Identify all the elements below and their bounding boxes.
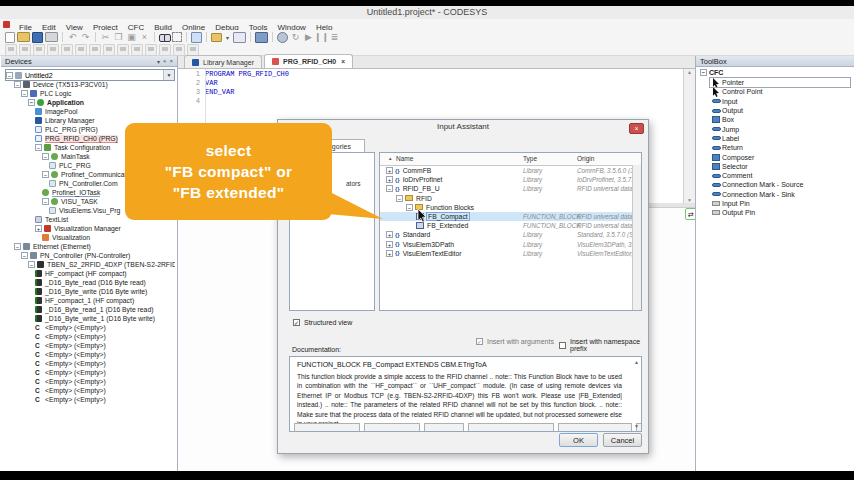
expander-icon[interactable]: − bbox=[386, 185, 393, 192]
toolbox-item-jump[interactable]: Jump bbox=[710, 124, 850, 133]
expander-icon[interactable]: − bbox=[21, 90, 28, 97]
tree-item[interactable]: −Application bbox=[5, 98, 175, 107]
zoom-in-icon[interactable] bbox=[145, 44, 157, 56]
expander-icon[interactable]: − bbox=[42, 153, 49, 160]
settings-icon[interactable] bbox=[277, 32, 288, 43]
tools-icon[interactable]: ≣ bbox=[329, 32, 340, 43]
chevron-down-icon[interactable]: ▾ bbox=[224, 32, 231, 43]
list-column-headers[interactable]: ▲ Name Type Origin bbox=[380, 153, 641, 166]
expander-icon[interactable]: + bbox=[386, 250, 393, 257]
list-row-rfid-fb-u[interactable]: −{}RFID_FB_ULibraryRFID universal data i… bbox=[380, 184, 633, 193]
eno-icon[interactable] bbox=[33, 44, 45, 56]
tree-item[interactable]: C<Empty> (<Empty>) bbox=[5, 377, 175, 386]
new-file-icon[interactable] bbox=[5, 32, 15, 43]
export-icon[interactable] bbox=[233, 32, 246, 43]
tree-item[interactable]: HF_compact (HF compact) bbox=[5, 269, 175, 278]
toolbox-item-control-point[interactable]: Control Point bbox=[710, 87, 850, 96]
cut-icon[interactable]: ✂ bbox=[100, 32, 111, 43]
close-icon[interactable]: × bbox=[341, 58, 345, 65]
select-all-icon[interactable] bbox=[172, 32, 182, 42]
documentation-box[interactable]: FUNCTION_BLOCK FB_Compact EXTENDS CBM.ET… bbox=[289, 356, 642, 432]
tree-item[interactable]: Visualization bbox=[5, 233, 175, 242]
checkbox-checked-icon[interactable]: ✓ bbox=[293, 319, 300, 326]
toolbox-item-label[interactable]: Label bbox=[710, 134, 850, 143]
chevron-down-icon[interactable]: ▼ bbox=[163, 70, 174, 80]
expander-icon[interactable]: − bbox=[28, 99, 35, 106]
copy-project-icon[interactable] bbox=[191, 32, 202, 43]
order-display-icon[interactable] bbox=[61, 44, 73, 56]
branch-icon[interactable] bbox=[47, 44, 59, 56]
toolbox-item-input-pin[interactable]: Input Pin bbox=[710, 199, 850, 208]
expander-icon[interactable]: − bbox=[700, 69, 707, 76]
scroll-up-icon[interactable]: ▲ bbox=[634, 359, 639, 365]
expander-icon[interactable]: + bbox=[386, 176, 393, 183]
expander-icon[interactable]: + bbox=[35, 225, 42, 232]
undo-icon[interactable]: ↶ bbox=[67, 32, 78, 43]
tree-item[interactable]: C<Empty> (<Empty>) bbox=[5, 386, 175, 395]
order-topology-icon[interactable] bbox=[75, 44, 87, 56]
list-row-visuelem3dpath[interactable]: +{}VisuElem3DPathLibraryVisuElem3DPath, … bbox=[380, 240, 633, 249]
tree-item[interactable]: _D16_Byte_write_1 (D16 Byte write) bbox=[5, 314, 175, 323]
tree-item[interactable]: −PLC Logic bbox=[5, 89, 175, 98]
tree-item[interactable]: _D16_Byte_write (D16 Byte write) bbox=[5, 287, 175, 296]
refresh-icon[interactable]: ↻ bbox=[290, 32, 301, 43]
code-line[interactable]: 3END_VAR bbox=[178, 87, 683, 96]
expander-icon[interactable]: − bbox=[21, 252, 28, 259]
open-project-icon[interactable] bbox=[17, 32, 30, 42]
tree-item[interactable]: −Device (TX513-P3CV01) bbox=[5, 80, 175, 89]
expander-icon[interactable]: + bbox=[386, 167, 393, 174]
scroll-up-icon[interactable]: ▲ bbox=[687, 69, 692, 75]
tree-item[interactable]: C<Empty> (<Empty>) bbox=[5, 341, 175, 350]
routing-icon[interactable] bbox=[187, 44, 199, 56]
list-row-commfb[interactable]: +{}CommFBLibraryCommFB, 3.5.6.0 (3S... bbox=[380, 166, 633, 175]
checkbox-unchecked-icon[interactable] bbox=[559, 342, 566, 349]
expander-icon[interactable]: − bbox=[42, 171, 49, 178]
list-scrollbar[interactable] bbox=[632, 165, 641, 310]
checkbox-checked-icon[interactable]: ✓ bbox=[476, 338, 483, 345]
tree-item[interactable]: −Ethernet (Ethernet) bbox=[5, 242, 175, 251]
redo-icon[interactable]: ↷ bbox=[80, 32, 91, 43]
negate-icon[interactable] bbox=[5, 44, 17, 56]
toolbox-item-comment[interactable]: Comment bbox=[710, 171, 850, 180]
tree-item[interactable]: C<Empty> (<Empty>) bbox=[5, 350, 175, 359]
toolbox-group-cfc[interactable]: − CFC bbox=[700, 69, 723, 76]
tree-item[interactable]: C<Empty> (<Empty>) bbox=[5, 359, 175, 368]
expander-icon[interactable]: − bbox=[406, 204, 413, 211]
toolbox-item-cm-source[interactable]: Connection Mark - Source bbox=[710, 180, 850, 189]
expander-icon[interactable]: − bbox=[6, 72, 13, 79]
save-icon[interactable] bbox=[32, 32, 43, 43]
tree-item[interactable]: +Visualization Manager bbox=[5, 224, 175, 233]
toolbox-item-output[interactable]: Output bbox=[710, 106, 850, 115]
copy-icon[interactable]: ❐ bbox=[113, 32, 124, 43]
pause-icon[interactable]: ❙❙ bbox=[316, 32, 327, 43]
order-forward-icon[interactable] bbox=[89, 44, 101, 56]
toolbox-item-input[interactable]: Input bbox=[710, 97, 850, 106]
zoom-out-icon[interactable] bbox=[159, 44, 171, 56]
expander-icon[interactable]: − bbox=[14, 243, 21, 250]
tree-item[interactable]: C<Empty> (<Empty>) bbox=[5, 368, 175, 377]
column-type[interactable]: Type bbox=[523, 155, 537, 162]
tree-item[interactable]: HF_compact_1 (HF compact) bbox=[5, 296, 175, 305]
window-layout-icon[interactable] bbox=[255, 32, 268, 43]
toolbox-item-output-pin[interactable]: Output Pin bbox=[710, 208, 850, 217]
code-line[interactable]: 1PROGRAM PRG_RFID_CH0 bbox=[178, 69, 683, 78]
expander-icon[interactable]: − bbox=[396, 195, 403, 202]
column-name[interactable]: Name bbox=[396, 155, 413, 162]
scroll-down-icon[interactable]: ▼ bbox=[634, 423, 639, 429]
tree-item[interactable]: −TBEN_S2_2RFID_4DXP (TBEN-S2-2RFID-4DXP) bbox=[5, 260, 175, 269]
tree-item[interactable]: C<Empty> (<Empty>) bbox=[5, 395, 175, 404]
tree-item[interactable]: _D16_Byte_read_1 (D16 Byte read) bbox=[5, 305, 175, 314]
panel-menu-icon[interactable]: ▾ bbox=[157, 58, 160, 65]
run-icon[interactable]: ▶ bbox=[303, 32, 314, 43]
close-icon[interactable]: × bbox=[169, 58, 173, 64]
toolbox-item-pointer[interactable]: Pointer bbox=[710, 78, 850, 87]
tab-prg-rfid-ch0[interactable]: PRG_RFID_CH0× bbox=[264, 54, 353, 68]
list-row-rfid[interactable]: −RFID bbox=[380, 194, 633, 203]
list-row-iodrvprofinet[interactable]: +{}IoDrvProfinetLibraryIoDrvProfinet, 3.… bbox=[380, 175, 633, 184]
toolbox-item-return[interactable]: Return bbox=[710, 143, 850, 152]
tab-library-manager[interactable]: Library Manager bbox=[184, 55, 262, 68]
expander-icon[interactable]: + bbox=[386, 241, 393, 248]
toolbox-item-composer[interactable]: Composer bbox=[710, 152, 850, 161]
cancel-button[interactable]: Cancel bbox=[603, 433, 642, 447]
paste-icon[interactable]: ▣ bbox=[126, 32, 137, 43]
